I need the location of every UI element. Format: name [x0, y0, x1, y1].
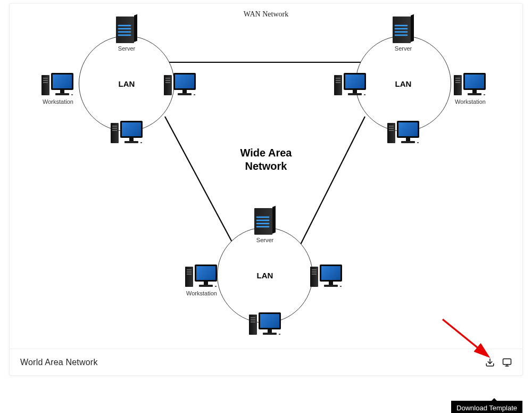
workstation-icon — [41, 73, 74, 97]
lan-cluster-top-right: LAN Server Workstation — [345, 25, 462, 142]
workstation-icon — [111, 121, 144, 145]
workstation-icon — [334, 73, 367, 97]
svg-rect-4 — [503, 359, 511, 365]
card-footer: World Area Network — [10, 349, 522, 375]
server-label: Server — [254, 237, 276, 243]
footer-title: World Area Network — [20, 358, 98, 367]
server-icon — [254, 207, 276, 236]
workstation-icon — [185, 265, 218, 289]
workstation-node-left: Workstation — [41, 73, 74, 105]
lan-label: LAN — [119, 79, 135, 88]
lan-label: LAN — [257, 271, 273, 280]
workstation-icon — [454, 73, 487, 97]
lan-label: LAN — [395, 79, 412, 88]
network-diagram: WAN Network Wide Area Network LAN Server… — [10, 4, 522, 350]
workstation-label: Workstation — [41, 98, 74, 105]
workstation-node-left: Workstation — [185, 265, 218, 296]
workstation-node-right — [310, 265, 343, 289]
workstation-icon — [310, 265, 343, 289]
download-tooltip: Download Template — [451, 401, 522, 413]
server-node: Server — [393, 15, 414, 52]
workstation-label: Workstation — [454, 98, 487, 105]
monitor-icon — [502, 358, 512, 367]
preview-button[interactable] — [502, 358, 512, 367]
workstation-node-bottom — [249, 312, 282, 337]
wan-title: WAN Network — [244, 10, 288, 19]
workstation-node-bottom — [387, 121, 420, 145]
center-label: Wide Area Network — [240, 146, 292, 173]
footer-actions — [485, 358, 512, 367]
workstation-node-bottom — [111, 121, 144, 145]
server-node: Server — [116, 15, 137, 52]
workstation-node-right — [164, 73, 197, 97]
workstation-icon — [387, 121, 420, 145]
server-label: Server — [393, 45, 414, 52]
diagram-card: WAN Network Wide Area Network LAN Server… — [9, 3, 523, 376]
lan-cluster-bottom: LAN Server Workstation — [206, 217, 323, 334]
center-label-line1: Wide Area — [240, 146, 292, 160]
lan-cluster-top-left: LAN Server Workstation — [68, 25, 185, 142]
server-label: Server — [116, 45, 137, 52]
download-icon — [485, 358, 495, 367]
workstation-icon — [164, 73, 197, 97]
server-node: Server — [254, 207, 276, 243]
workstation-node-right: Workstation — [454, 73, 487, 105]
server-icon — [393, 15, 414, 44]
download-button[interactable] — [485, 358, 495, 367]
workstation-icon — [249, 312, 282, 337]
workstation-node-left — [334, 73, 367, 97]
workstation-label: Workstation — [185, 290, 218, 296]
server-icon — [116, 15, 137, 44]
center-label-line2: Network — [240, 160, 292, 173]
